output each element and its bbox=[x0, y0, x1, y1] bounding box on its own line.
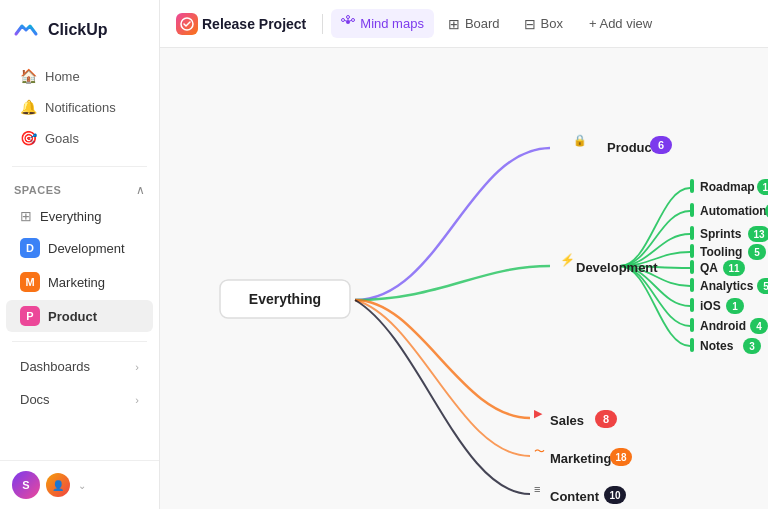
docs-chevron-icon: › bbox=[135, 394, 139, 406]
svg-line-5 bbox=[350, 21, 352, 22]
notifications-label: Notifications bbox=[45, 100, 116, 115]
sidebar-item-home[interactable]: 🏠 Home bbox=[6, 61, 153, 91]
logo-text: ClickUp bbox=[48, 21, 108, 39]
svg-text:11: 11 bbox=[728, 263, 740, 274]
spaces-label: Spaces bbox=[14, 184, 61, 196]
home-label: Home bbox=[45, 69, 80, 84]
everything-icon: ⊞ bbox=[20, 208, 32, 224]
svg-text:Android: Android bbox=[700, 319, 746, 333]
svg-rect-48 bbox=[690, 278, 694, 292]
svg-text:≡: ≡ bbox=[534, 483, 540, 495]
svg-rect-32 bbox=[690, 203, 694, 217]
avatar-secondary: 👤 bbox=[46, 473, 70, 497]
clickup-logo-icon bbox=[12, 16, 40, 44]
svg-text:iOS: iOS bbox=[700, 299, 721, 313]
tab-box[interactable]: ⊟ Box bbox=[514, 10, 573, 38]
svg-text:Roadmap: Roadmap bbox=[700, 180, 755, 194]
tab-board[interactable]: ⊞ Board bbox=[438, 10, 510, 38]
svg-rect-56 bbox=[690, 318, 694, 332]
svg-text:Notes: Notes bbox=[700, 339, 734, 353]
box-icon: ⊟ bbox=[524, 16, 536, 32]
svg-rect-28 bbox=[690, 179, 694, 193]
marketing-badge: M bbox=[20, 272, 40, 292]
sidebar: ClickUp 🏠 Home 🔔 Notifications 🎯 Goals S… bbox=[0, 0, 160, 509]
svg-text:11: 11 bbox=[762, 182, 768, 193]
svg-text:18: 18 bbox=[615, 452, 627, 463]
svg-rect-60 bbox=[690, 338, 694, 352]
svg-text:Product: Product bbox=[607, 140, 657, 155]
nav-divider bbox=[12, 166, 147, 167]
mindmaps-icon bbox=[341, 15, 355, 32]
svg-text:6: 6 bbox=[658, 139, 664, 151]
development-badge: D bbox=[20, 238, 40, 258]
sidebar-item-docs[interactable]: Docs › bbox=[6, 384, 153, 415]
svg-text:Tooling: Tooling bbox=[700, 245, 742, 259]
sidebar-nav: 🏠 Home 🔔 Notifications 🎯 Goals bbox=[0, 56, 159, 158]
sidebar-item-notifications[interactable]: 🔔 Notifications bbox=[6, 92, 153, 122]
svg-rect-52 bbox=[690, 298, 694, 312]
topbar: Release Project Mind maps ⊞ Board ⊟ bbox=[160, 0, 768, 48]
svg-text:Content: Content bbox=[550, 489, 600, 504]
dashboards-label: Dashboards bbox=[20, 359, 90, 374]
svg-text:🔒: 🔒 bbox=[573, 133, 587, 147]
svg-text:3: 3 bbox=[749, 341, 755, 352]
dashboards-chevron-icon: › bbox=[135, 361, 139, 373]
mindmap-canvas: Everything 🔒 Product 6 ⚡ Development ▶ S… bbox=[160, 48, 768, 509]
avatar-primary: S bbox=[12, 471, 40, 499]
mindmaps-label: Mind maps bbox=[360, 16, 424, 31]
goals-icon: 🎯 bbox=[20, 130, 37, 146]
spaces-divider bbox=[12, 341, 147, 342]
svg-text:5: 5 bbox=[754, 247, 760, 258]
project-name: Release Project bbox=[202, 16, 306, 32]
svg-text:▶: ▶ bbox=[534, 407, 543, 419]
svg-point-2 bbox=[347, 16, 350, 19]
sidebar-item-dashboards[interactable]: Dashboards › bbox=[6, 351, 153, 382]
sidebar-item-goals[interactable]: 🎯 Goals bbox=[6, 123, 153, 153]
sidebar-item-development[interactable]: D Development bbox=[6, 232, 153, 264]
spaces-toggle-chevron[interactable]: ∧ bbox=[136, 183, 145, 197]
logo[interactable]: ClickUp bbox=[0, 0, 159, 56]
footer-chevron-icon: ⌄ bbox=[78, 480, 86, 491]
svg-line-7 bbox=[345, 21, 347, 22]
svg-text:〜: 〜 bbox=[534, 445, 545, 457]
svg-point-6 bbox=[342, 19, 345, 22]
svg-text:13: 13 bbox=[753, 229, 765, 240]
board-icon: ⊞ bbox=[448, 16, 460, 32]
svg-text:QA: QA bbox=[700, 261, 718, 275]
sidebar-item-marketing[interactable]: M Marketing bbox=[6, 266, 153, 298]
topbar-divider bbox=[322, 14, 323, 34]
sidebar-item-everything[interactable]: ⊞ Everything bbox=[6, 202, 153, 230]
product-badge: P bbox=[20, 306, 40, 326]
svg-text:Analytics: Analytics bbox=[700, 279, 754, 293]
board-label: Board bbox=[465, 16, 500, 31]
svg-text:5: 5 bbox=[763, 281, 768, 292]
svg-text:Marketing: Marketing bbox=[550, 451, 611, 466]
everything-label: Everything bbox=[40, 209, 101, 224]
development-label: Development bbox=[48, 241, 125, 256]
sidebar-footer[interactable]: S 👤 ⌄ bbox=[0, 460, 159, 509]
project-icon bbox=[176, 13, 198, 35]
spaces-header: Spaces ∧ bbox=[0, 175, 159, 201]
svg-rect-36 bbox=[690, 226, 694, 240]
svg-text:Sales: Sales bbox=[550, 413, 584, 428]
tab-mindmaps[interactable]: Mind maps bbox=[331, 9, 434, 38]
svg-text:4: 4 bbox=[756, 321, 762, 332]
marketing-label: Marketing bbox=[48, 275, 105, 290]
svg-point-4 bbox=[352, 19, 355, 22]
bell-icon: 🔔 bbox=[20, 99, 37, 115]
svg-text:10: 10 bbox=[609, 490, 621, 501]
svg-text:Sprints: Sprints bbox=[700, 227, 742, 241]
svg-text:1: 1 bbox=[732, 301, 738, 312]
main-content: Release Project Mind maps ⊞ Board ⊟ bbox=[160, 0, 768, 509]
product-label: Product bbox=[48, 309, 97, 324]
box-label: Box bbox=[541, 16, 563, 31]
svg-text:Development: Development bbox=[576, 260, 658, 275]
svg-rect-44 bbox=[690, 260, 694, 274]
svg-text:Everything: Everything bbox=[249, 291, 321, 307]
mindmap-svg: Everything 🔒 Product 6 ⚡ Development ▶ S… bbox=[160, 48, 768, 509]
add-view-button[interactable]: + Add view bbox=[581, 11, 660, 36]
add-view-label: + Add view bbox=[589, 16, 652, 31]
svg-text:Automation: Automation bbox=[700, 204, 767, 218]
svg-text:⚡: ⚡ bbox=[560, 252, 575, 267]
sidebar-item-product[interactable]: P Product bbox=[6, 300, 153, 332]
